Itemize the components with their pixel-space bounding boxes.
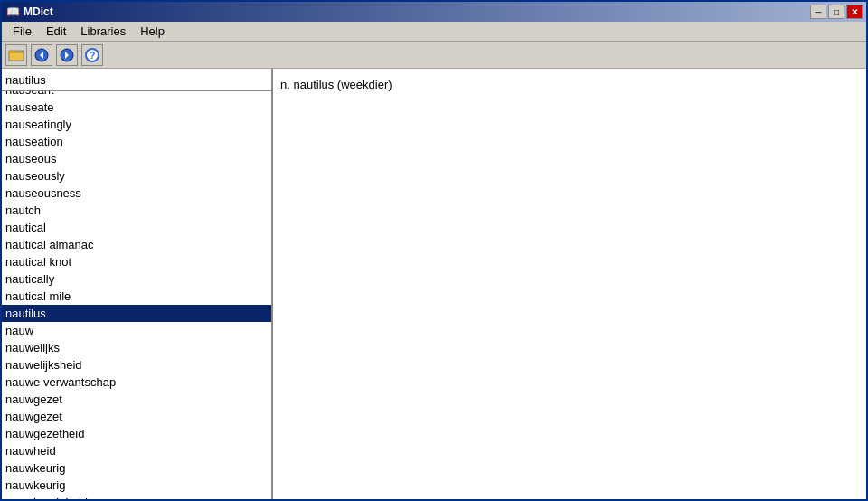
toolbar-btn-back[interactable] [31,44,52,66]
list-item[interactable]: nauwgezet [2,408,271,425]
toolbar: ? [2,42,866,69]
title-bar-buttons: ─ □ ✕ [810,5,863,19]
app-icon: 📖 [5,5,20,19]
menu-help[interactable]: Help [133,23,172,40]
search-box [2,69,271,91]
close-button[interactable]: ✕ [846,5,863,19]
menu-libraries[interactable]: Libraries [73,23,133,40]
menu-file[interactable]: File [5,23,39,40]
list-item[interactable]: nautical knot [2,253,271,270]
list-item[interactable]: nauwelijksheid [2,356,271,373]
list-item[interactable]: nauwelijks [2,339,271,356]
svg-text:?: ? [90,50,96,61]
word-list[interactable]: nautilusNaughty by NatureNaurunauseanaus… [2,91,271,499]
list-item[interactable]: nauseant [2,91,271,99]
svg-rect-1 [9,52,24,61]
list-item[interactable]: nautically [2,270,271,288]
toolbar-btn-help[interactable]: ? [81,44,103,66]
list-item[interactable]: nauwe verwantschap [2,373,271,391]
list-item[interactable]: nautical [2,219,271,236]
list-item[interactable]: nauseously [2,167,271,184]
svg-rect-2 [9,51,15,53]
right-panel: n. nautilus (weekdier) [273,69,866,499]
main-content: nautilusNaughty by NatureNaurunauseanaus… [2,69,866,499]
back-icon [33,47,50,63]
window-title: MDict [24,5,53,18]
list-item[interactable]: nautical mile [2,288,271,305]
minimize-button[interactable]: ─ [810,5,826,19]
list-item[interactable]: nautch [2,202,271,219]
menu-edit[interactable]: Edit [39,23,73,40]
forward-icon [59,47,75,63]
folder-icon [8,47,24,63]
title-bar-left: 📖 MDict [5,5,53,19]
title-bar: 📖 MDict ─ □ ✕ [2,2,866,22]
list-item[interactable]: nauwheid [2,442,271,459]
list-item[interactable]: nauseate [2,99,271,116]
list-item[interactable]: nauwkeurig [2,459,271,477]
list-item[interactable]: nautilus [2,305,271,322]
list-item[interactable]: nauseousness [2,184,271,202]
list-item[interactable]: nauseatingly [2,116,271,133]
left-panel: nautilusNaughty by NatureNaurunauseanaus… [2,69,273,499]
menu-bar: File Edit Libraries Help [2,22,866,42]
list-item[interactable]: nauwgezetheid [2,425,271,442]
list-item[interactable]: nauwkeurigheid [2,494,271,499]
definition-text: n. nautilus (weekdier) [280,76,859,95]
list-item[interactable]: nauseation [2,133,271,150]
toolbar-btn-open[interactable] [5,44,27,66]
list-item[interactable]: nauseous [2,150,271,167]
list-item[interactable]: nautical almanac [2,236,271,253]
list-item[interactable]: nauwgezet [2,391,271,408]
toolbar-btn-forward[interactable] [56,44,78,66]
maximize-button[interactable]: □ [828,5,844,19]
help-icon: ? [84,47,100,63]
search-input[interactable] [4,71,269,89]
list-item[interactable]: nauw [2,322,271,339]
list-item[interactable]: nauwkeurig [2,477,271,494]
main-window: 📖 MDict ─ □ ✕ File Edit Libraries Help [0,0,868,501]
